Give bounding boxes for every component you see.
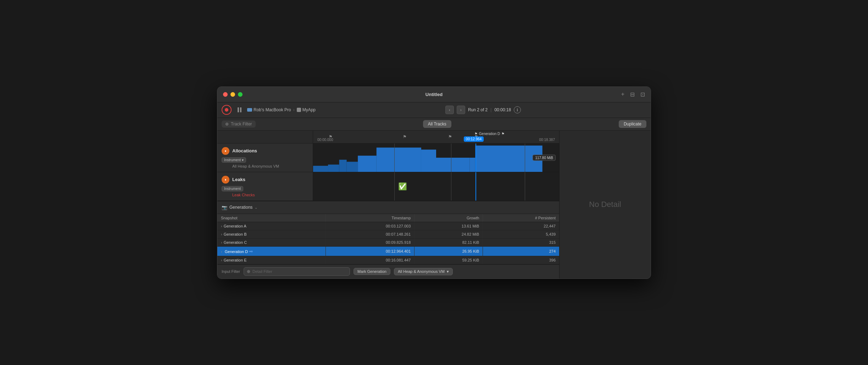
svg-rect-5 [377, 147, 421, 172]
leaks-canvas: ✅ [313, 172, 559, 201]
divider-line-1 [394, 144, 395, 172]
growth-header: Growth [414, 214, 483, 222]
run-label: Run 2 of 2 [468, 107, 488, 112]
svg-rect-4 [358, 156, 377, 172]
end-time-label: 00:18.387 [539, 138, 555, 142]
timestamp-header: Timestamp [326, 214, 414, 222]
allocations-icon-symbol: ● [224, 149, 226, 153]
split-view-icon[interactable]: ⊟ [630, 91, 635, 98]
add-track-icon[interactable]: + [621, 91, 624, 97]
table-row[interactable]: ›Generation A 00:03.127.003 13.61 MiB 22… [217, 222, 559, 230]
svg-rect-1 [328, 164, 339, 172]
main-window: Untitled + ⊟ ⊡ Rob's MacBook Pro › [217, 86, 651, 279]
start-time-label: 00:00.000 [317, 138, 333, 142]
sidebar-toggle-icon[interactable]: ⊡ [640, 91, 645, 98]
maximize-button[interactable] [238, 92, 243, 97]
row-persistent: 396 [483, 256, 559, 264]
table-body: ›Generation A 00:03.127.003 13.61 MiB 22… [217, 222, 559, 264]
duplicate-button[interactable]: Duplicate [619, 120, 646, 128]
allocations-subtitle: All Heap & Anonymous VM [232, 164, 308, 168]
gen-flag-left: ⚑ [474, 132, 478, 136]
leaks-divider-1 [394, 172, 395, 201]
row-growth: 26.95 KiB [414, 246, 483, 256]
traffic-lights [223, 92, 243, 97]
left-panel: ⚑ ⚑ ⚑ ⚑ 00:00.000 00:12.964 00:18.387 ⚑ … [217, 131, 560, 279]
allocations-badge[interactable]: Instrument ▾ [222, 157, 246, 163]
breadcrumb-app[interactable]: MyApp [297, 107, 316, 112]
generations-chevron-icon[interactable]: ⌄ [255, 206, 257, 209]
device-icon [247, 108, 252, 112]
flag-3-icon: ⚑ [448, 134, 452, 139]
row-gen-b-name: Generation B [224, 232, 247, 236]
generation-d-header-label: ⚑ Generation D ⚑ [474, 132, 505, 136]
breadcrumb-device[interactable]: Rob's MacBook Pro [247, 107, 291, 112]
allocations-chart [313, 144, 559, 172]
app-icon [297, 108, 301, 112]
allocations-track-info: ● Allocations Instrument ▾ All Heap & An… [217, 144, 313, 172]
right-panel: No Detail [560, 131, 651, 279]
info-button[interactable]: ℹ [514, 106, 521, 113]
flag-2-icon: ⚑ [403, 134, 407, 139]
svg-rect-6 [421, 150, 436, 172]
allocations-track-name: Allocations [232, 148, 257, 153]
pause-bar-left [238, 107, 239, 112]
filter-bar: ⊕ Track Filter All Tracks Duplicate [217, 118, 651, 131]
detail-filter-placeholder: Detail Filter [252, 269, 272, 274]
leaks-track-info: ♦ Leaks Instrument Leak Checks [217, 172, 313, 201]
bottom-filter-bar: Input Filter ⊕ Detail Filter Mark Genera… [217, 264, 559, 279]
heap-anonymous-select[interactable]: All Heap & Anonymous VM ▾ [394, 268, 453, 275]
svg-rect-9 [475, 145, 542, 172]
input-filter-label: Input Filter [222, 269, 240, 274]
filter-circle-icon: ⊕ [225, 122, 229, 127]
table-header-row: Snapshot Timestamp Growth # Persistent [217, 214, 559, 222]
toolbar: Rob's MacBook Pro › MyApp ‹ › Run 2 of 2… [217, 102, 651, 118]
detail-filter-input[interactable]: ⊕ Detail Filter [244, 267, 350, 276]
minimize-button[interactable] [230, 92, 235, 97]
persistent-header: # Persistent [483, 214, 559, 222]
row-persistent: 5,439 [483, 230, 559, 238]
leaks-icon: ♦ [222, 176, 229, 184]
camera-icon: 📷 [222, 205, 227, 210]
row-gen-a-name: Generation A [224, 224, 246, 228]
pause-bar-right [240, 107, 241, 112]
table-row[interactable]: ›Generation B 00:07.148.261 24.82 MiB 5,… [217, 230, 559, 238]
leaks-badge[interactable]: Instrument [222, 186, 243, 191]
allocations-track-row: ● Allocations Instrument ▾ All Heap & An… [217, 144, 559, 172]
table-row[interactable]: ›Generation C 00:09.825.918 82.11 KiB 31… [217, 238, 559, 246]
svg-rect-0 [313, 165, 328, 172]
timeline-markers: ⚑ ⚑ ⚑ ⚑ 00:00.000 00:12.964 00:18.387 ⚑ … [317, 131, 556, 143]
table-row[interactable]: ›Generation E 00:16.081.447 59.25 KiB 39… [217, 256, 559, 264]
next-run-button[interactable]: › [457, 106, 465, 114]
leaks-divider-2 [451, 172, 451, 201]
title-bar-actions: + ⊟ ⊡ [621, 91, 645, 98]
leak-check-icon: ✅ [398, 182, 407, 191]
tracks-area: ● Allocations Instrument ▾ All Heap & An… [217, 144, 559, 201]
table-row-selected[interactable]: › Generation D ➡ 00:12.964.401 26.95 KiB… [217, 246, 559, 256]
all-tracks-button[interactable]: All Tracks [423, 120, 451, 128]
track-filter[interactable]: ⊕ Track Filter [222, 120, 256, 128]
breadcrumb-app-label: MyApp [302, 107, 316, 112]
pause-button[interactable] [234, 105, 244, 115]
go-arrow-icon: ➡ [249, 248, 253, 254]
svg-rect-3 [347, 162, 358, 172]
row-snapshot: › Generation D ➡ [217, 246, 326, 256]
run-divider: | [490, 107, 491, 112]
breadcrumb: Rob's MacBook Pro › MyApp [247, 107, 316, 112]
timeline-ruler[interactable]: ⚑ ⚑ ⚑ ⚑ 00:00.000 00:12.964 00:18.387 ⚑ … [313, 131, 559, 143]
run-info: Run 2 of 2 | 00:00:18 [468, 107, 511, 112]
allocations-playhead-line [475, 144, 476, 172]
generations-panel: 📷 Generations ⌄ Snapshot Timestamp Growt… [217, 201, 559, 279]
row-growth: 24.82 MiB [414, 230, 483, 238]
timeline-header: ⚑ ⚑ ⚑ ⚑ 00:00.000 00:12.964 00:18.387 ⚑ … [217, 131, 559, 144]
svg-rect-7 [436, 158, 470, 172]
record-button[interactable] [222, 105, 232, 115]
previous-run-button[interactable]: ‹ [445, 106, 454, 114]
row-growth: 13.61 MiB [414, 222, 483, 230]
breadcrumb-separator: › [293, 107, 295, 112]
mark-generation-button[interactable]: Mark Generation [354, 268, 390, 275]
generations-table: Snapshot Timestamp Growth # Persistent ›… [217, 214, 559, 264]
main-content: ⚑ ⚑ ⚑ ⚑ 00:00.000 00:12.964 00:18.387 ⚑ … [217, 131, 651, 279]
playhead-time-label: 00:12.964 [464, 136, 484, 142]
row-snapshot: ›Generation E [217, 256, 326, 264]
close-button[interactable] [223, 92, 228, 97]
